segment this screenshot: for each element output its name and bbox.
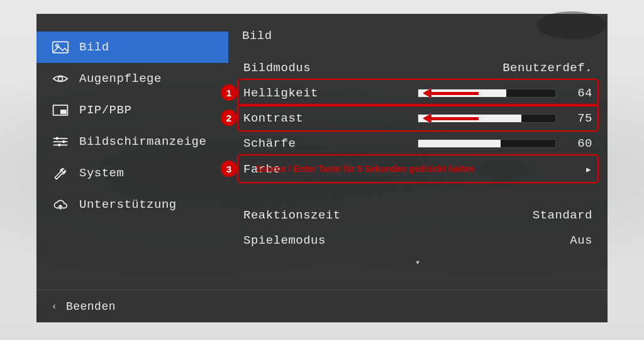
sidebar-item-label: PIP/PBP	[79, 103, 131, 117]
setting-mode[interactable]: BildmodusBenutzerdef.	[240, 55, 596, 81]
sidebar: BildAugenpflegePIP/PBPBildschirmanzeigeS…	[36, 14, 228, 290]
slider-track[interactable]	[418, 114, 556, 123]
svg-rect-4	[60, 110, 67, 114]
setting-value: Benutzerdef.	[502, 61, 592, 75]
osd-menu: BildAugenpflegePIP/PBPBildschirmanzeigeS…	[36, 14, 608, 322]
sidebar-item-label: Bild	[79, 40, 109, 54]
slider-value: 60	[567, 137, 592, 150]
osd-main: BildAugenpflegePIP/PBPBildschirmanzeigeS…	[36, 14, 608, 290]
cloud-icon	[52, 198, 69, 212]
svg-point-1	[56, 44, 58, 47]
sidebar-item-label: System	[79, 166, 124, 180]
setting-value: Aus	[511, 234, 592, 247]
settings-panel: Bild BildmodusBenutzerdef.Helligkeit64Ko…	[228, 14, 608, 290]
setting-contrast[interactable]: Kontrast75	[240, 106, 596, 131]
slider[interactable]: 64	[350, 86, 592, 100]
svg-point-2	[58, 77, 63, 81]
eye-icon	[52, 72, 69, 86]
slider[interactable]: 60	[350, 137, 592, 150]
setting-label: Bildmodus	[243, 61, 350, 75]
setting-label: Kontrast	[243, 111, 350, 125]
sidebar-item-pip[interactable]: PIP/PBP	[36, 94, 228, 126]
sliders-icon	[52, 135, 69, 149]
setting-color[interactable]: Farbe▸	[240, 156, 596, 183]
slider-fill	[418, 89, 506, 97]
setting-label: Spielemodus	[243, 234, 350, 247]
wrench-icon	[52, 166, 69, 180]
sidebar-item-label: Unterstützung	[79, 198, 177, 212]
setting-label: Helligkeit	[243, 86, 350, 100]
scroll-down-indicator: ▾	[240, 257, 596, 268]
setting-value: Standard	[511, 208, 592, 222]
sidebar-item-eyecare[interactable]: Augenpflege	[36, 63, 228, 94]
svg-point-9	[62, 140, 65, 143]
setting-sharpness[interactable]: Schärfe60	[240, 131, 596, 156]
slider[interactable]: 75	[350, 111, 592, 125]
slider-fill	[418, 115, 521, 122]
submenu-caret-icon: ▸	[511, 162, 592, 177]
slider-track[interactable]	[418, 139, 556, 148]
setting-gamemode[interactable]: SpielemodusAus	[240, 228, 596, 253]
slider-value: 75	[567, 111, 592, 125]
footer[interactable]: ‹ Beenden	[36, 290, 608, 322]
sidebar-item-support[interactable]: Unterstützung	[36, 189, 228, 220]
settings-list: BildmodusBenutzerdef.Helligkeit64Kontras…	[240, 55, 596, 253]
back-label: Beenden	[66, 300, 116, 313]
setting-label: Farbe	[243, 162, 350, 176]
pip-icon	[52, 103, 69, 117]
sidebar-item-label: Augenpflege	[79, 72, 162, 86]
picture-icon	[52, 40, 69, 54]
sidebar-item-osd[interactable]: Bildschirmanzeige	[36, 126, 228, 157]
setting-response[interactable]: ReaktionszeitStandard	[240, 203, 596, 228]
svg-point-10	[58, 144, 60, 146]
slider-fill	[418, 140, 501, 147]
svg-point-8	[56, 137, 58, 140]
slider-track[interactable]	[418, 89, 556, 98]
setting-label: Reaktionszeit	[243, 208, 350, 222]
setting-label: Schärfe	[243, 137, 350, 150]
sidebar-item-system[interactable]: System	[36, 157, 228, 189]
panel-title: Bild	[242, 29, 596, 43]
sidebar-item-label: Bildschirmanzeige	[79, 135, 206, 149]
back-caret-icon: ‹	[52, 302, 57, 312]
slider-value: 64	[567, 86, 592, 100]
setting-brightness[interactable]: Helligkeit64	[240, 81, 596, 106]
sidebar-item-picture[interactable]: Bild	[36, 31, 228, 63]
